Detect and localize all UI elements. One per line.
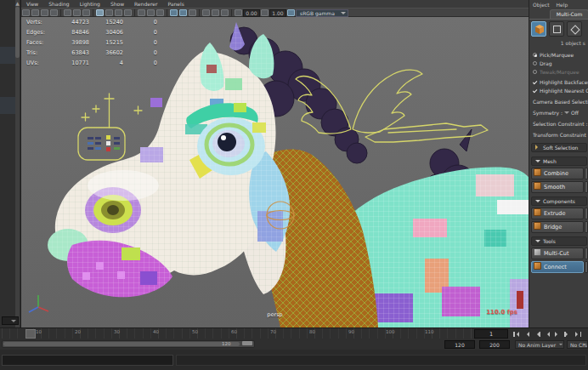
list-item[interactable] (0, 97, 15, 114)
lighting-icon[interactable] (189, 9, 196, 16)
smooth-options-box[interactable] (585, 181, 588, 193)
go-to-start-button[interactable] (512, 329, 522, 339)
menu-object[interactable]: Object (533, 2, 550, 8)
fps-counter: 110.0 fps (463, 309, 517, 316)
safe-title-icon[interactable] (156, 9, 164, 16)
connect-icon (534, 262, 541, 270)
camera-attributes-icon[interactable] (41, 9, 48, 16)
combine-options-box[interactable] (585, 168, 588, 179)
panel-dropdown[interactable] (2, 316, 19, 325)
object-mode-button[interactable] (531, 21, 546, 37)
section-components[interactable]: Components (531, 196, 587, 206)
playback-controls (512, 329, 586, 339)
playback-end-field[interactable]: 120 (444, 340, 475, 349)
chevron-down-icon (535, 240, 540, 245)
camera-based-selection[interactable]: Camera Based Selection (533, 98, 588, 106)
section-mesh[interactable]: Mesh (531, 157, 587, 166)
menu-view[interactable]: View (21, 0, 43, 8)
extrude-button[interactable]: Extrude (531, 208, 584, 219)
step-back-key-button[interactable] (532, 329, 542, 339)
grid-toggle-icon[interactable] (96, 9, 104, 16)
symmetry-setting[interactable]: Symmetry : Off (533, 109, 588, 117)
motion-blur-icon[interactable] (221, 9, 229, 16)
exposure-field[interactable]: 0.00 (243, 9, 260, 17)
field-chart-icon[interactable] (138, 9, 145, 16)
connect-button[interactable]: Connect (531, 261, 584, 273)
checkbox-highlight-backfaces[interactable]: Highlight Backfaces (533, 78, 588, 87)
animation-end-field[interactable]: 200 (479, 340, 510, 349)
gamma-field[interactable]: 1.00 (269, 9, 286, 17)
2d-pan-zoom-icon[interactable] (73, 9, 81, 16)
smooth-button[interactable]: Smooth (531, 181, 584, 193)
combine-button[interactable]: Combine (531, 168, 584, 179)
exposure-icon[interactable] (235, 9, 242, 16)
toolkit-menubar: ObjectHelp (533, 1, 588, 9)
option-pick-marquee[interactable]: Pick/Marquee (533, 51, 588, 60)
scroll-up-icon[interactable]: ▲ (14, 0, 20, 6)
checkbox-highlight-nearest[interactable]: Highlight Nearest C (533, 87, 588, 95)
gate-mask-icon[interactable] (124, 9, 132, 16)
lock-camera-icon[interactable] (31, 9, 39, 16)
safe-action-icon[interactable] (147, 9, 155, 16)
list-item[interactable] (0, 47, 15, 64)
selection-constraint-setting[interactable]: Selection Constraint : (533, 120, 588, 128)
transform-constraint-setting[interactable]: Transform Constraint : (533, 131, 588, 139)
bookmark-icon[interactable] (50, 9, 58, 16)
image-plane-icon[interactable] (64, 9, 71, 16)
hud-row-edges: Edges:84846304060 (26, 27, 157, 37)
resolution-gate-icon[interactable] (115, 9, 122, 16)
shadows-icon[interactable] (202, 9, 210, 16)
viewport-canvas[interactable]: Verts:44723152400 Edges:84846304060 Face… (21, 17, 529, 327)
bridge-button[interactable]: Bridge (531, 221, 584, 233)
hud-row-uvs: UVs:1077140 (26, 58, 157, 68)
connect-options-box[interactable] (585, 261, 588, 273)
left-panel-strip: ▲ (0, 0, 21, 327)
viewport-menubar: ViewShadingLightingShowRendererPanels (21, 0, 529, 8)
view-transform-dropdown[interactable]: sRGB gamma (296, 9, 348, 17)
menu-shading[interactable]: Shading (43, 0, 74, 8)
menu-panels[interactable]: Panels (162, 0, 189, 8)
play-forwards-button[interactable] (552, 329, 563, 339)
isolate-select-icon[interactable] (170, 9, 178, 16)
current-frame-field[interactable]: 1 (474, 329, 508, 339)
step-forward-key-button[interactable] (563, 329, 573, 339)
range-slider-bar[interactable] (3, 342, 240, 346)
go-to-end-button[interactable] (573, 329, 583, 339)
color-management-icon[interactable] (287, 9, 295, 16)
section-tools[interactable]: Tools (531, 236, 587, 246)
check-icon (533, 88, 537, 94)
anim-layer-dropdown[interactable]: No Anim Layer (515, 340, 564, 349)
menu-help[interactable]: Help (557, 2, 568, 8)
current-frame-marker[interactable] (25, 329, 36, 339)
bridge-options-box[interactable] (585, 221, 588, 233)
soft-selection-header[interactable]: Soft Selection (531, 143, 587, 152)
extrude-icon (534, 208, 541, 216)
select-camera-icon[interactable] (22, 9, 30, 16)
chevron-right-icon (535, 145, 540, 150)
multi-cut-options-box[interactable] (585, 248, 588, 259)
play-backwards-button[interactable] (542, 329, 552, 339)
grease-pencil-icon[interactable] (82, 9, 90, 16)
range-end-handle[interactable] (242, 341, 252, 345)
scrollbar-thumb[interactable] (15, 7, 20, 58)
option-drag[interactable]: Drag (533, 60, 588, 68)
radio-icon (533, 61, 537, 65)
tab-multi-component[interactable]: Multi-Com (550, 9, 588, 19)
range-slider-row: 120 120 200 No Anim Layer No Character S… (0, 339, 588, 350)
step-back-frame-button[interactable] (522, 329, 532, 339)
vertex-mode-button[interactable] (549, 21, 564, 37)
xray-icon[interactable] (179, 9, 187, 16)
range-slider[interactable]: 120 (2, 340, 255, 348)
time-slider-row: 10 20 30 40 50 60 70 80 90 100 110 1 (0, 327, 588, 339)
menu-show[interactable]: Show (105, 0, 129, 8)
film-gate-icon[interactable] (105, 9, 113, 16)
ao-icon[interactable] (212, 9, 219, 16)
extrude-options-box[interactable] (585, 208, 588, 219)
gamma-icon[interactable] (261, 9, 269, 16)
menu-renderer[interactable]: Renderer (129, 0, 162, 8)
multi-cut-button[interactable]: Multi-Cut (531, 248, 584, 259)
edge-mode-button[interactable] (567, 21, 582, 37)
character-set-dropdown[interactable]: No Character Set (567, 340, 588, 349)
command-line-input[interactable] (2, 355, 173, 366)
menu-lighting[interactable]: Lighting (75, 0, 105, 8)
